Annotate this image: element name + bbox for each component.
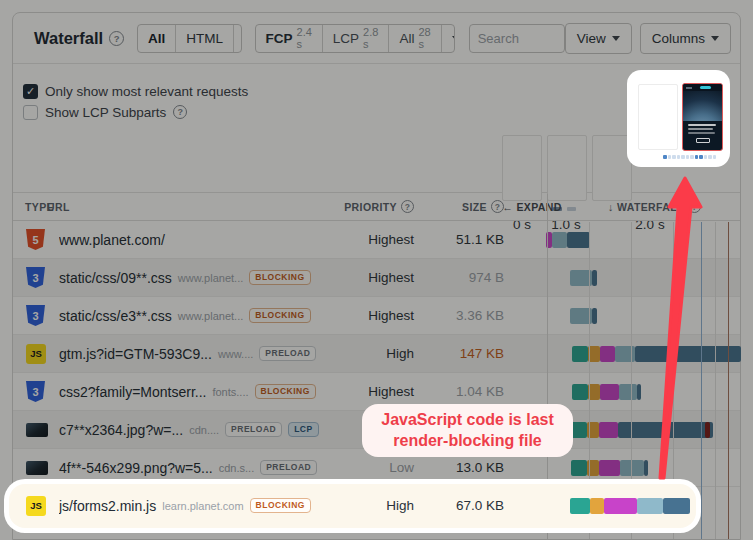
waterfall-bar-segment-dns [570, 498, 590, 514]
type-filter-dropdown[interactable] [234, 25, 241, 52]
waterfall-bar-segment-lcp [705, 422, 710, 438]
filter-all-time[interactable]: All28 s [389, 25, 441, 52]
waterfall-bar-segment-dns [571, 460, 587, 476]
size-cell: 974 B [414, 270, 504, 285]
waterfall-cell[interactable] [546, 297, 740, 334]
waterfall-help-icon[interactable]: ? [109, 31, 124, 46]
filmstrip-thumbnail-2[interactable] [547, 135, 587, 201]
columns-button[interactable]: Columns [640, 23, 731, 54]
mini-timeline-dash [704, 155, 708, 159]
preload-badge: PRELOAD [225, 422, 282, 438]
type-filter-group: All HTML [137, 24, 241, 53]
column-header-type[interactable]: TYPE [13, 201, 47, 213]
waterfall-cell[interactable] [546, 259, 740, 296]
waterfall-cell[interactable] [546, 487, 740, 524]
filmstrip-thumbnail-3[interactable] [592, 135, 632, 201]
search-input[interactable] [469, 24, 565, 53]
waterfall-bar-segment-wait [637, 498, 663, 514]
filmstrip-thumbnail-4[interactable] [638, 84, 678, 150]
mini-timeline-dash [677, 155, 681, 159]
waterfall-bar-segment-tcp [587, 460, 599, 476]
waterfall-cell[interactable] [546, 335, 740, 372]
blocking-badge: BLOCKING [255, 384, 316, 400]
filmstrip-thumbnail-5[interactable] [682, 83, 723, 151]
waterfall-cell[interactable] [546, 373, 740, 410]
column-header-url[interactable]: URL [47, 201, 336, 213]
type-cell: 5 [13, 229, 59, 250]
priority-cell: Highest [336, 270, 414, 285]
size-cell: 67.0 KB [414, 498, 504, 513]
url-cell[interactable]: static/css/e3**.csswww.planet...BLOCKING [59, 308, 336, 324]
column-header-waterfall[interactable]: ↓ WATERFALL? [546, 200, 740, 213]
table-row[interactable]: 3static/css/09**.csswww.planet...BLOCKIN… [13, 259, 740, 297]
url-cell[interactable]: static/css/09**.csswww.planet...BLOCKING [59, 270, 336, 286]
url-cell[interactable]: js/forms2.min.jslearn.planet.comBLOCKING [59, 498, 336, 514]
table-row[interactable]: JSgtm.js?id=GTM-593C9...www....PRELOADHi… [13, 335, 740, 373]
request-url: static/css/09**.css [59, 270, 172, 286]
request-rows: 5www.planet.com/Highest51.1 KB3static/cs… [13, 221, 740, 525]
url-cell[interactable]: css2?family=Montserr...fonts....BLOCKING [59, 384, 336, 400]
waterfall-bar-segment-tcp [587, 422, 599, 438]
waterfall-cell[interactable] [546, 449, 740, 486]
filter-fcp[interactable]: FCP2.4 s [256, 25, 323, 52]
table-header: TYPE URL PRIORITY? SIZE? ← EXPAND ↓ WATE… [13, 193, 740, 221]
filter-html[interactable]: HTML [176, 25, 234, 52]
priority-help-icon[interactable]: ? [401, 200, 414, 213]
size-cell: 51.1 KB [414, 232, 504, 247]
waterfall-cell[interactable] [546, 221, 740, 258]
mini-timeline-dash [690, 155, 694, 159]
table-row[interactable]: 3static/css/e3**.csswww.planet...BLOCKIN… [13, 297, 740, 335]
annotation-callout: JavaScript code is last render-blocking … [362, 404, 573, 457]
checked-checkbox-icon[interactable]: ✓ [23, 84, 38, 99]
type-cell: JS [13, 344, 59, 364]
expand-button[interactable]: ← EXPAND [504, 201, 546, 213]
blocking-badge: BLOCKING [249, 270, 310, 286]
table-row[interactable]: JSjs/forms2.min.jslearn.planet.comBLOCKI… [13, 487, 740, 525]
url-cell[interactable]: 4f**-546x299.png?w=5...cdn.s...PRELOAD [59, 460, 336, 476]
waterfall-bar-segment-ssl [600, 384, 619, 400]
waterfall-bar-segment-ssl [600, 346, 615, 362]
url-cell[interactable]: c7**x2364.jpg?w=...cdn....PRELOADLCP [59, 422, 336, 438]
filter-lcp[interactable]: LCP2.8 s [323, 25, 390, 52]
mini-timeline-dash [686, 155, 690, 159]
request-url: static/css/e3**.css [59, 308, 172, 324]
mini-timeline-dash [663, 155, 667, 159]
filter-all[interactable]: All [138, 25, 176, 52]
waterfall-bar-segment-dns [572, 346, 588, 362]
waterfall-cell[interactable] [546, 411, 740, 448]
waterfall-bar-segment-dl [567, 232, 590, 248]
waterfall-bar-segment-ssl [599, 422, 618, 438]
request-domain: cdn.s... [219, 462, 254, 474]
metric-filter-dropdown[interactable] [442, 25, 455, 52]
request-url: www.planet.com/ [59, 232, 165, 248]
blocking-badge: BLOCKING [249, 308, 310, 324]
mini-timeline-dash [713, 155, 717, 159]
js-file-icon: JS [26, 496, 46, 516]
waterfall-bar-segment-tcp [590, 498, 604, 514]
column-header-priority[interactable]: PRIORITY? [336, 200, 414, 213]
js-file-icon: JS [26, 344, 46, 364]
unchecked-checkbox-icon[interactable] [23, 105, 38, 120]
metric-filter-group: FCP2.4 s LCP2.8 s All28 s [255, 24, 455, 53]
priority-cell: Highest [336, 232, 414, 247]
url-cell[interactable]: www.planet.com/ [59, 232, 336, 248]
waterfall-bar-segment-dl [592, 308, 597, 324]
type-cell: 3 [13, 267, 59, 288]
waterfall-bar-segment-wait [552, 232, 567, 248]
filmstrip-thumbnail-1[interactable] [502, 135, 542, 201]
lcp-subparts-help-icon[interactable]: ? [173, 105, 187, 119]
column-header-size[interactable]: SIZE? [414, 200, 504, 213]
preload-badge: PRELOAD [259, 346, 316, 362]
image-file-icon [26, 461, 48, 475]
request-domain: www.planet... [178, 310, 243, 322]
url-cell[interactable]: gtm.js?id=GTM-593C9...www....PRELOAD [59, 346, 336, 362]
request-url: css2?family=Montserr... [59, 384, 206, 400]
request-domain: learn.planet.com [162, 500, 243, 512]
view-button[interactable]: View [565, 23, 632, 54]
request-domain: fonts.... [212, 386, 248, 398]
page-thumbnail-earth-image [683, 91, 722, 121]
table-row[interactable]: 5www.planet.com/Highest51.1 KB [13, 221, 740, 259]
size-cell: 1.04 KB [414, 384, 504, 399]
priority-cell: Highest [336, 308, 414, 323]
waterfall-help-icon[interactable]: ? [688, 200, 701, 213]
